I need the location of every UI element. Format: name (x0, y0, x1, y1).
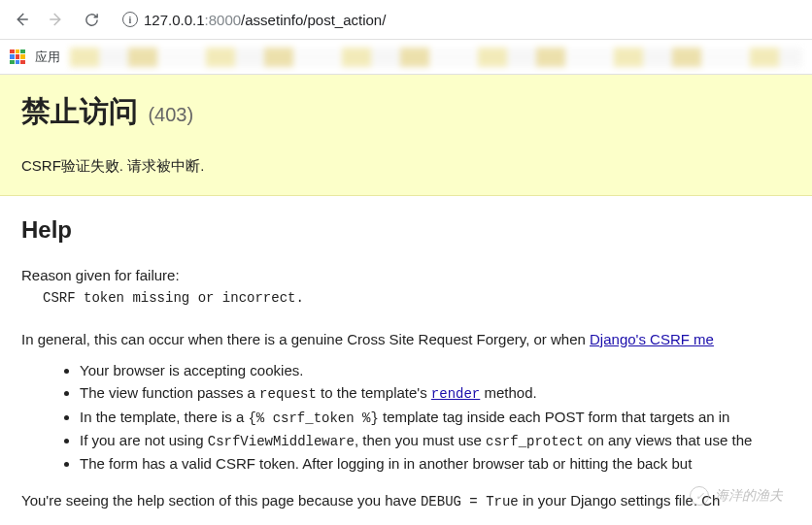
back-button[interactable] (8, 6, 35, 33)
bookmarks-bar: 应用 (0, 40, 812, 75)
bullet-valid-token: The form has a valid CSRF token. After l… (80, 453, 791, 475)
site-info-icon[interactable]: i (122, 12, 138, 27)
bullet-request: The view function passes a request to th… (80, 382, 791, 404)
help-title: Help (21, 213, 791, 247)
watermark-text: 海洋的渔夫 (715, 487, 783, 505)
render-link[interactable]: render (431, 386, 480, 402)
general-paragraph: In general, this can occur when there is… (21, 329, 791, 350)
reason-text: CSRF token missing or incorrect. (43, 288, 791, 308)
apps-label[interactable]: 应用 (35, 49, 60, 66)
forward-button[interactable] (43, 6, 70, 33)
customize-paragraph: You can customize this page using the CS… (21, 521, 791, 525)
apps-icon[interactable] (10, 49, 25, 65)
help-section: Help Reason given for failure: CSRF toke… (0, 196, 812, 525)
url-text: 127.0.0.1:8000/assetinfo/post_action/ (144, 12, 386, 28)
arrow-left-icon (13, 11, 30, 28)
django-csrf-link[interactable]: Django's CSRF me (590, 331, 714, 347)
error-code: (403) (148, 104, 193, 125)
debug-paragraph: You're seeing the help section of this p… (21, 490, 791, 511)
help-bullets: Your browser is accepting cookies. The v… (80, 360, 791, 475)
reload-button[interactable] (78, 6, 105, 33)
browser-toolbar: i 127.0.0.1:8000/assetinfo/post_action/ (0, 0, 812, 40)
error-message: CSRF验证失败. 请求被中断. (21, 157, 791, 176)
error-summary: 禁止访问 (403) CSRF验证失败. 请求被中断. (0, 75, 812, 196)
error-heading: 禁止访问 (403) (21, 92, 791, 132)
bookmarks-blurred (70, 48, 802, 67)
general-text: In general, this can occur when there is… (21, 331, 590, 347)
watermark: ✓ 海洋的渔夫 (690, 486, 783, 506)
wechat-icon: ✓ (690, 486, 709, 506)
address-bar[interactable]: i 127.0.0.1:8000/assetinfo/post_action/ (113, 8, 804, 32)
reason-label: Reason given for failure: (21, 265, 791, 286)
bullet-csrf-token: In the template, there is a {% csrf_toke… (80, 407, 791, 428)
bullet-cookies: Your browser is accepting cookies. (80, 360, 791, 381)
bullet-middleware: If you are not using CsrfViewMiddleware,… (80, 430, 791, 451)
reload-icon (84, 12, 100, 28)
error-title: 禁止访问 (21, 95, 138, 127)
arrow-right-icon (48, 11, 65, 28)
